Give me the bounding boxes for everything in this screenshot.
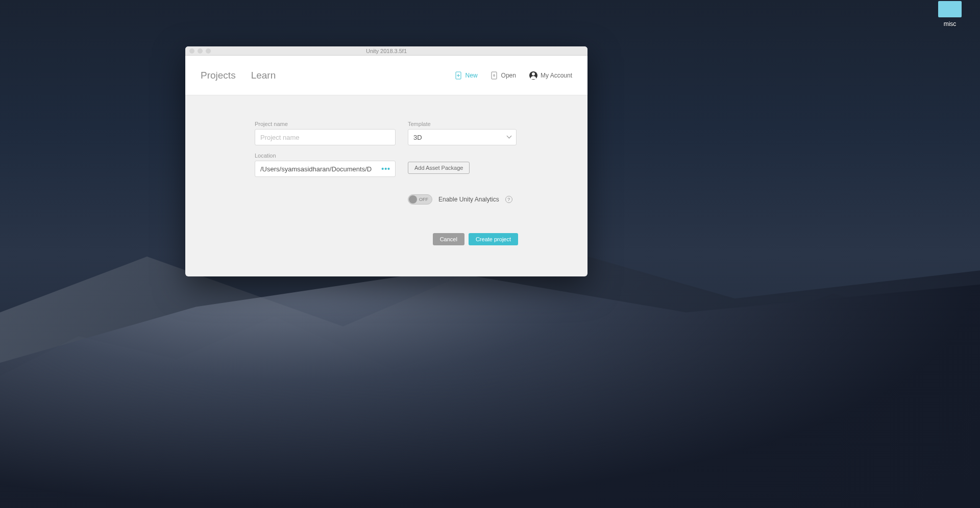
new-project-button[interactable]: New [455, 71, 478, 80]
template-label: Template [408, 121, 517, 127]
account-label: My Account [541, 72, 572, 79]
my-account-button[interactable]: My Account [529, 71, 572, 80]
project-name-input[interactable] [255, 129, 396, 145]
minimize-window-button[interactable] [198, 48, 203, 54]
tab-projects[interactable]: Projects [201, 70, 236, 81]
close-window-button[interactable] [189, 48, 194, 54]
project-name-label: Project name [255, 121, 396, 127]
folder-icon [938, 1, 962, 17]
browse-location-button[interactable]: ••• [379, 163, 393, 175]
window-title: Unity 2018.3.5f1 [185, 48, 587, 54]
cancel-button[interactable]: Cancel [433, 233, 464, 245]
template-value[interactable] [408, 129, 517, 145]
open-label: Open [501, 72, 516, 79]
traffic-lights [185, 48, 211, 54]
window-titlebar[interactable]: Unity 2018.3.5f1 [185, 46, 587, 56]
help-icon[interactable]: ? [505, 196, 512, 203]
unity-hub-window: Unity 2018.3.5f1 Projects Learn New [185, 46, 587, 276]
add-asset-package-button[interactable]: Add Asset Package [408, 162, 470, 174]
location-label: Location [255, 153, 396, 159]
new-project-form: Project name Template Location ••• [185, 95, 587, 261]
open-file-icon [491, 71, 498, 80]
create-project-button[interactable]: Create project [469, 233, 518, 245]
location-input[interactable] [255, 161, 396, 177]
template-select[interactable] [408, 129, 517, 145]
desktop-background: misc Unity 2018.3.5f1 Projects Learn [0, 0, 980, 508]
new-file-icon [455, 71, 462, 80]
analytics-label: Enable Unity Analytics [438, 196, 499, 203]
analytics-toggle[interactable]: OFF [408, 194, 432, 205]
header-actions: New Open My Account [455, 71, 572, 80]
toggle-knob [409, 195, 417, 204]
folder-label: misc [938, 20, 962, 28]
desktop-folder-misc[interactable]: misc [938, 1, 962, 28]
new-label: New [465, 72, 478, 79]
maximize-window-button[interactable] [206, 48, 211, 54]
header-nav: Projects Learn New [185, 56, 587, 95]
avatar-icon [529, 71, 537, 80]
nav-tabs: Projects Learn [201, 70, 276, 81]
open-project-button[interactable]: Open [491, 71, 516, 80]
tab-learn[interactable]: Learn [251, 70, 276, 81]
toggle-state-label: OFF [419, 197, 428, 202]
